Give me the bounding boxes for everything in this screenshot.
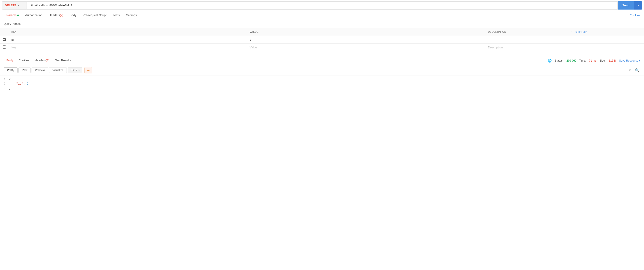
method-selector[interactable]: DELETE ▾ <box>2 1 27 10</box>
response-section: Body Cookies Headers(3) Test Results 🌐 S… <box>0 56 644 94</box>
save-response-button[interactable]: Save Response ▾ <box>619 59 640 62</box>
method-label: DELETE <box>5 4 16 7</box>
format-bar: Pretty Raw Preview Visualize JSON ▾ ⇌ ⧉ … <box>0 65 644 76</box>
code-line-2: 2 "id": 2 <box>0 82 644 86</box>
send-dropdown-button[interactable]: ▾ <box>634 1 642 10</box>
col-value: VALUE <box>247 28 485 36</box>
empty-checkbox[interactable] <box>3 46 6 49</box>
line-num-3: 3 <box>0 87 9 90</box>
globe-icon: 🌐 <box>548 59 552 63</box>
tab-tests[interactable]: Tests <box>110 12 122 19</box>
resp-tab-body[interactable]: Body <box>4 57 16 64</box>
tab-settings[interactable]: Settings <box>123 12 140 19</box>
code-line-1: 1 { <box>0 77 644 82</box>
empty-actions <box>567 44 644 51</box>
code-area: 1 { 2 "id": 2 3 } <box>0 76 644 94</box>
response-tabs-bar: Body Cookies Headers(3) Test Results 🌐 S… <box>0 56 644 65</box>
row-description[interactable] <box>485 36 567 44</box>
query-params-label: Query Params <box>0 20 644 28</box>
tab-authorization[interactable]: Authorization <box>22 12 45 19</box>
cookies-link[interactable]: Cookies <box>630 14 640 17</box>
status-code: 200 OK <box>566 59 576 62</box>
time-label: Time: <box>579 59 586 62</box>
save-response-chevron-icon: ▾ <box>639 59 640 62</box>
json-chevron-icon: ▾ <box>78 69 80 72</box>
format-visualize-button[interactable]: Visualize <box>49 67 67 73</box>
empty-description[interactable]: Description <box>485 44 567 51</box>
row-key[interactable]: id <box>9 36 247 44</box>
row-actions <box>567 36 644 44</box>
empty-value[interactable]: Value <box>247 44 485 51</box>
params-table: KEY VALUE DESCRIPTION ··· Bulk Edit id 2… <box>0 28 644 51</box>
empty-key[interactable]: Key <box>9 44 247 51</box>
empty-row: Key Value Description <box>0 44 644 51</box>
resp-tab-headers[interactable]: Headers(3) <box>32 57 52 64</box>
right-icons: ⧉ 🔍 <box>628 67 640 73</box>
col-key: KEY <box>9 28 247 36</box>
col-actions: ··· Bulk Edit <box>567 28 644 36</box>
response-meta: 🌐 Status: 200 OK Time: 71 ms Size: 116 B… <box>548 59 640 63</box>
tab-headers[interactable]: Headers(7) <box>46 12 66 19</box>
code-content-3: } <box>9 86 11 90</box>
send-chevron-icon: ▾ <box>638 4 639 7</box>
copy-button[interactable]: ⧉ <box>628 67 632 73</box>
code-content-2: "id": 2 <box>9 82 28 86</box>
code-content-1: { <box>9 78 11 81</box>
more-options-button[interactable]: ··· <box>570 30 574 34</box>
filter-button[interactable]: ⇌ <box>84 67 92 73</box>
code-line-3: 3 } <box>0 86 644 90</box>
size-value: 116 B <box>609 59 616 62</box>
search-button[interactable]: 🔍 <box>634 67 640 73</box>
table-row: id 2 <box>0 36 644 44</box>
format-pretty-button[interactable]: Pretty <box>4 67 18 73</box>
col-description: DESCRIPTION <box>485 28 567 36</box>
json-type-selector[interactable]: JSON ▾ <box>68 67 82 73</box>
col-checkbox <box>0 28 9 36</box>
time-value: 71 ms <box>589 59 596 62</box>
bulk-edit-button[interactable]: Bulk Edit <box>575 31 586 34</box>
url-input[interactable] <box>27 1 618 10</box>
params-dot <box>17 15 19 16</box>
row-checkbox[interactable] <box>3 38 6 41</box>
resp-tab-test-results[interactable]: Test Results <box>52 57 74 64</box>
top-bar: DELETE ▾ Send ▾ <box>0 0 644 11</box>
empty-checkbox-cell <box>0 44 9 51</box>
line-num-1: 1 <box>0 78 9 81</box>
filter-icon: ⇌ <box>87 68 90 72</box>
method-chevron-icon: ▾ <box>18 4 19 7</box>
tab-params[interactable]: Params <box>4 12 22 19</box>
resp-tab-cookies[interactable]: Cookies <box>16 57 32 64</box>
status-label: Status: <box>555 59 563 62</box>
request-tabs: Params Authorization Headers(7) Body Pre… <box>0 11 644 20</box>
row-value[interactable]: 2 <box>247 36 485 44</box>
format-raw-button[interactable]: Raw <box>18 67 31 73</box>
row-checkbox-cell <box>0 36 9 44</box>
size-label: Size: <box>600 59 606 62</box>
line-num-2: 2 <box>0 82 9 86</box>
copy-icon: ⧉ <box>629 68 631 72</box>
search-icon: 🔍 <box>635 68 640 72</box>
tab-body[interactable]: Body <box>67 12 79 19</box>
send-button[interactable]: Send <box>618 1 634 10</box>
tab-prerequest[interactable]: Pre-request Script <box>80 12 109 19</box>
format-preview-button[interactable]: Preview <box>32 67 48 73</box>
